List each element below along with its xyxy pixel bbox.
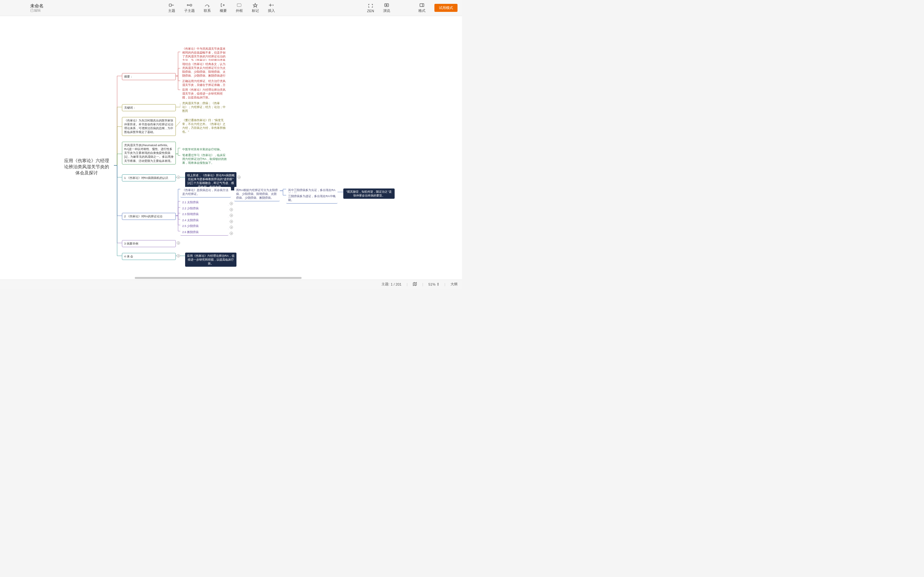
- branch-sec3[interactable]: 3 病案举例: [122, 240, 176, 247]
- marker-label: 标记: [252, 8, 259, 13]
- play-icon: [384, 3, 389, 8]
- separator: |: [407, 282, 407, 286]
- collapse-icon[interactable]: [230, 202, 233, 205]
- branch-keywords[interactable]: 关键词：: [122, 104, 176, 111]
- zoom-value: 51%: [428, 282, 435, 286]
- olive-quote[interactable]: 《重订通俗伤寒论》曰："病变无常，不出六经之外。《伤寒论》之六经，乃百病之六经，…: [180, 117, 228, 135]
- boundary-button[interactable]: 外框: [236, 3, 243, 13]
- branch-abstract[interactable]: 摘要：: [122, 73, 176, 80]
- horizontal-scrollbar[interactable]: [135, 277, 302, 279]
- sec2-lead[interactable]: 《伤寒论》是疾病总论，其诊病方法是六经辨证。: [180, 187, 231, 197]
- collapse-icon[interactable]: [177, 242, 180, 245]
- status-topic-label: 主题:: [381, 282, 389, 287]
- relation-button[interactable]: 联系: [204, 3, 211, 13]
- boundary-icon: [236, 3, 242, 8]
- keywords-text[interactable]: 类风湿关节炎；痹病；《伤寒论》；六经辨证；经方；论治；中医药: [180, 100, 228, 114]
- subtopic-icon: [186, 3, 192, 8]
- abstract-item-4[interactable]: 应用《伤寒论》六经理论辨治类风湿关节炎，值得进一步研究和挖掘，以提高临床疗效。: [180, 87, 230, 101]
- svg-point-2: [187, 5, 188, 6]
- collapse-icon[interactable]: [177, 176, 180, 179]
- format-button[interactable]: 格式: [418, 3, 425, 13]
- relation-label: 联系: [204, 8, 211, 13]
- svg-marker-11: [386, 5, 388, 6]
- document-subtitle: 已编辑: [30, 8, 44, 12]
- branch-intro2[interactable]: 类风湿关节炎(rheumatoid arthritis, RA)是一种以对称性、…: [122, 142, 176, 164]
- svg-marker-7: [253, 3, 257, 7]
- sec2-r1[interactable]: 而RA根据六经辨证可分为太阳痹病、少阳痹病、阳明痹病、太阴痹病、少阴痹病、厥阴痹…: [234, 187, 280, 201]
- zoom-stepper-icon: ▲▼: [437, 282, 439, 286]
- star-icon: [252, 3, 258, 8]
- present-label: 演说: [383, 8, 390, 13]
- panel-icon: [419, 3, 425, 8]
- collapse-icon[interactable]: [230, 208, 233, 211]
- sec2-item-3[interactable]: 2.3 阳明痹病: [180, 211, 228, 218]
- collapse-icon[interactable]: [230, 214, 233, 217]
- sec2-summary[interactable]: "观其脉症，知犯何逆，随证治之"是张仲景诊治本病的要旨。: [343, 189, 395, 199]
- separator: |: [444, 282, 445, 286]
- svg-rect-12: [420, 4, 424, 7]
- sec2-r2b[interactable]: 三阴痹病多为虚证，多出现在RA中晚期。: [286, 193, 338, 203]
- sec2-item-6[interactable]: 2.6 厥阴痹病: [180, 229, 228, 235]
- svg-rect-0: [169, 4, 171, 6]
- central-topic[interactable]: 应用《伤寒论》六经理论辨治类风湿关节炎的体会及探讨: [59, 155, 114, 179]
- document-title: 未命名: [30, 3, 44, 8]
- status-bar: 主题: 1 / 201 | | 51% ▲▼ | 大纲: [0, 279, 462, 288]
- trial-label: 试用模式: [439, 6, 453, 10]
- branch-sec2[interactable]: 2 《伤寒论》对RA的辨证论治: [122, 213, 176, 220]
- status-topic-count: 1 / 201: [391, 282, 402, 286]
- branch-sec4[interactable]: 4 体 会: [122, 253, 176, 260]
- sec2-item-1[interactable]: 2.1 太阳痹病: [180, 199, 228, 206]
- insert-label: 插入: [268, 8, 275, 13]
- zen-label: ZEN: [367, 9, 374, 13]
- collapse-icon[interactable]: [230, 232, 233, 235]
- sec2-item-5[interactable]: 2.5 少阴痹病: [180, 223, 228, 229]
- branch-sec1[interactable]: 1 《伤寒论》对RA病因病机的认识: [122, 174, 176, 181]
- separator: |: [422, 282, 423, 286]
- subtopic-button[interactable]: 子主题: [184, 3, 195, 13]
- topic-label: 主题: [168, 8, 175, 13]
- svg-point-5: [223, 5, 225, 6]
- top-toolbar: 未命名 已编辑 主题 子主题 联系 概要 外框 标记 插入: [0, 0, 462, 16]
- marker-button[interactable]: 标记: [252, 3, 259, 13]
- collapse-icon[interactable]: [237, 176, 241, 179]
- document-title-block: 未命名 已编辑: [30, 3, 44, 12]
- plus-icon: [268, 3, 274, 8]
- zoom-control[interactable]: 51% ▲▼: [428, 282, 439, 286]
- outline-button[interactable]: 大纲: [451, 282, 457, 287]
- sec4-summary[interactable]: 应用《伤寒论》六经理论辨治RA，值得进一步研究和挖掘，以提高临床疗效。: [185, 253, 236, 267]
- mindmap-canvas[interactable]: 应用《伤寒论》六经理论辨治类风湿关节炎的体会及探讨 摘要： 关键词： 《伤寒论》…: [0, 16, 462, 279]
- zen-button[interactable]: ZEN: [367, 3, 374, 13]
- summary-button[interactable]: 概要: [220, 3, 227, 13]
- present-button[interactable]: 演说: [383, 3, 390, 13]
- relation-icon: [204, 3, 210, 8]
- svg-rect-4: [190, 4, 192, 6]
- trial-mode-button[interactable]: 试用模式: [435, 4, 457, 12]
- collapse-icon[interactable]: [230, 226, 233, 229]
- subtopic-label: 子主题: [184, 8, 195, 13]
- topic-button[interactable]: 主题: [168, 3, 175, 13]
- insert-button[interactable]: 插入: [268, 3, 275, 13]
- branch-intro1[interactable]: 《伤寒论》为东汉时期杰出的医学家张仲景所著。本书首创伤寒六经辨证论治理论体系，可…: [122, 117, 176, 136]
- toolbar-right-group: ZEN 演说 格式 试用模式: [367, 3, 457, 13]
- collapse-icon[interactable]: [177, 254, 180, 258]
- boundary-label: 外框: [236, 8, 243, 13]
- summary-label: 概要: [220, 8, 227, 13]
- summary-icon: [220, 3, 226, 8]
- green-item-2[interactable]: 笔者通过学习《伤寒论》，临床应用六经辨证治疗RA，取得较好的效果，现将体会报告如…: [180, 152, 230, 166]
- toolbar-center-group: 主题 子主题 联系 概要 外框 标记 插入: [168, 3, 275, 13]
- topic-icon: [169, 3, 174, 8]
- collapse-icon[interactable]: [230, 220, 233, 223]
- connector-lines: [0, 16, 462, 279]
- format-label: 格式: [418, 8, 425, 13]
- fullscreen-icon: [368, 3, 373, 8]
- map-icon[interactable]: [413, 282, 417, 287]
- svg-rect-6: [237, 4, 241, 7]
